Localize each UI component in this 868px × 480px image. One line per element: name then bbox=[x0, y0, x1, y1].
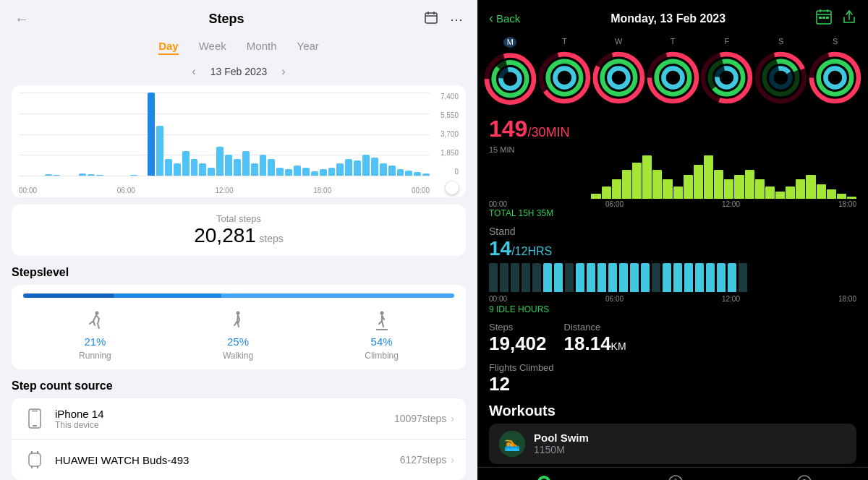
header-icons: ⋯ bbox=[424, 10, 463, 28]
chart-bar bbox=[328, 168, 336, 176]
chart-bar bbox=[345, 159, 352, 176]
stepslevel-card: 21% Running 25% Walking bbox=[12, 285, 466, 369]
tab-summary[interactable]: Summary bbox=[529, 473, 560, 480]
stepslevel-title: Stepslevel bbox=[12, 266, 466, 279]
stand-x-labels: 00:00 06:00 12:00 18:00 bbox=[489, 295, 856, 303]
running-name: Running bbox=[79, 351, 111, 361]
day-monday[interactable]: M bbox=[483, 37, 537, 107]
climbing-icon bbox=[370, 309, 393, 333]
day-friday[interactable]: F bbox=[699, 37, 754, 107]
walking-pct: 25% bbox=[227, 335, 249, 348]
chart-bar bbox=[268, 159, 275, 176]
exercise-bar bbox=[724, 179, 733, 199]
distance-stat-title: Distance bbox=[564, 322, 626, 333]
exercise-bar bbox=[591, 194, 600, 199]
exercise-bar bbox=[796, 179, 805, 199]
chart-bar bbox=[362, 155, 370, 176]
y-label-2: 5,550 bbox=[441, 111, 459, 119]
steps-stat: Steps 19,402 bbox=[489, 322, 547, 355]
date-next-arrow[interactable]: › bbox=[281, 65, 285, 78]
chart-bar bbox=[234, 159, 241, 176]
tab-week[interactable]: Week bbox=[199, 38, 226, 55]
stand-x-2: 06:00 bbox=[605, 295, 624, 303]
day-letter-t1: T bbox=[562, 37, 567, 46]
workout-info: Pool Swim 1150M bbox=[534, 432, 589, 455]
exercise-bar bbox=[684, 175, 693, 199]
tab-year[interactable]: Year bbox=[297, 38, 319, 55]
bars-container bbox=[19, 93, 430, 176]
right-header: ‹ Back Monday, 13 Feb 2023 bbox=[477, 0, 868, 34]
calendar-grid-icon[interactable] bbox=[816, 9, 832, 28]
move-value: 149 bbox=[489, 116, 527, 142]
workout-card[interactable]: 🏊 Pool Swim 1150M bbox=[489, 424, 856, 464]
exercise-bar bbox=[827, 189, 836, 199]
workout-value: 1150M bbox=[534, 444, 589, 455]
chart-bar bbox=[414, 172, 421, 176]
move-unit: /30MIN bbox=[527, 125, 569, 140]
stand-bar bbox=[543, 263, 552, 292]
day-thursday[interactable]: T bbox=[646, 37, 700, 107]
back-icon[interactable]: ← bbox=[14, 11, 29, 27]
more-icon[interactable]: ⋯ bbox=[450, 12, 463, 27]
ring-saturday bbox=[754, 48, 808, 107]
source-item-iphone[interactable]: iPhone 14 This device 10097steps › bbox=[12, 398, 466, 440]
stand-bar bbox=[673, 263, 682, 292]
exercise-bar bbox=[847, 197, 856, 199]
y-label-1: 7,400 bbox=[441, 93, 459, 100]
flights-title: Flights Climbed bbox=[489, 362, 856, 373]
chart-bar bbox=[354, 160, 361, 176]
steps-stat-value: 19,402 bbox=[489, 333, 547, 355]
day-tuesday[interactable]: T bbox=[537, 37, 592, 107]
chart-scrubber[interactable] bbox=[446, 181, 459, 194]
y-label-3: 3,700 bbox=[441, 130, 459, 138]
exercise-bar bbox=[775, 192, 785, 199]
running-item: 21% Running bbox=[79, 309, 111, 361]
calendar-icon[interactable] bbox=[424, 10, 438, 28]
exercise-chart bbox=[489, 155, 856, 199]
source-item-watch[interactable]: HUAWEI WATCH Buds-493 6127steps › bbox=[12, 440, 466, 480]
tab-sharing[interactable]: S Sharing bbox=[792, 473, 817, 480]
back-button[interactable]: ‹ Back bbox=[489, 11, 520, 26]
total-steps-label: Total steps bbox=[23, 213, 454, 224]
svg-rect-11 bbox=[29, 453, 41, 466]
date-prev-arrow[interactable]: ‹ bbox=[192, 65, 195, 78]
exercise-bar bbox=[765, 187, 775, 199]
time-tabs: Day Week Month Year bbox=[0, 35, 477, 62]
watch-steps: 6127steps bbox=[400, 454, 447, 466]
exercise-bar bbox=[632, 163, 642, 199]
right-header-icons bbox=[816, 9, 856, 28]
stand-bar bbox=[608, 263, 617, 292]
chart-bar bbox=[88, 174, 95, 176]
right-panel: ‹ Back Monday, 13 Feb 2023 bbox=[477, 0, 868, 480]
stand-bar bbox=[522, 263, 530, 292]
source-section: Step count source iPhone 14 This device … bbox=[12, 380, 466, 480]
day-saturday[interactable]: S bbox=[754, 37, 808, 107]
stand-bar bbox=[739, 263, 747, 292]
watch-icon bbox=[23, 448, 46, 471]
workout-name: Pool Swim bbox=[534, 432, 589, 444]
day-sunday[interactable]: S bbox=[808, 37, 862, 107]
share-icon[interactable] bbox=[842, 9, 856, 28]
stand-bar bbox=[717, 263, 726, 292]
stand-unit: /12HRS bbox=[511, 245, 552, 257]
iphone-info: iPhone 14 This device bbox=[55, 408, 394, 430]
stand-bar bbox=[630, 263, 639, 292]
tab-month[interactable]: Month bbox=[247, 38, 277, 55]
ring-wednesday bbox=[592, 48, 646, 107]
distance-stat: Distance 18.14KM bbox=[564, 322, 626, 355]
left-header: ← Steps ⋯ bbox=[0, 0, 477, 35]
climbing-pct: 54% bbox=[371, 335, 393, 348]
ring-friday bbox=[699, 48, 754, 107]
y-label-4: 1,850 bbox=[441, 149, 459, 157]
x-label-5: 00:00 bbox=[412, 187, 430, 194]
svg-point-5 bbox=[237, 312, 240, 315]
tab-fitness-plus[interactable]: Fitness+ bbox=[662, 473, 689, 480]
stand-bar bbox=[587, 263, 595, 292]
total-steps-value: 20,281 steps bbox=[23, 224, 454, 247]
ring-monday bbox=[483, 51, 537, 107]
flights-section: Flights Climbed 12 bbox=[477, 359, 868, 400]
svg-rect-21 bbox=[822, 17, 825, 19]
tab-day[interactable]: Day bbox=[158, 38, 179, 55]
exercise-bar bbox=[642, 155, 652, 199]
day-wednesday[interactable]: W bbox=[592, 37, 646, 107]
